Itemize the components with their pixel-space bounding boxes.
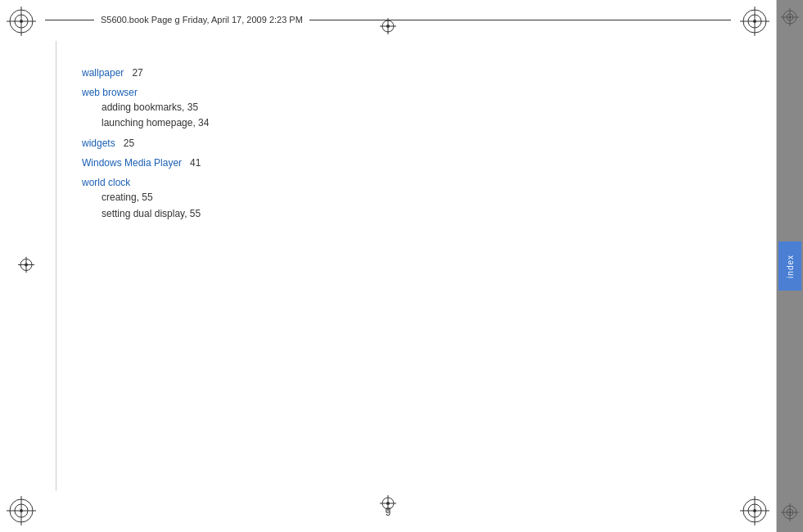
page-number: g xyxy=(386,504,391,516)
entry-wallpaper: wallpaper 27 xyxy=(82,65,727,80)
left-margin-line xyxy=(56,41,56,491)
sub-entry-bookmarks: adding bookmarks, 35 xyxy=(82,100,727,115)
entry-web-browser: web browser adding bookmarks, 35 launchi… xyxy=(82,85,727,131)
book-info-text: S5600.book Page g Friday, April 17, 2009… xyxy=(101,15,303,25)
reg-mark-top-left xyxy=(7,7,36,36)
page-wallpaper: 27 xyxy=(127,67,143,79)
term-wallpaper: wallpaper xyxy=(82,67,124,79)
term-world-clock: world clock xyxy=(82,177,130,188)
content-area: wallpaper 27 web browser adding bookmark… xyxy=(82,65,727,227)
page-widgets: 25 xyxy=(118,138,134,149)
sidebar: index xyxy=(777,0,803,532)
reg-mark-top-right xyxy=(740,7,769,36)
sidebar-reg-bottom xyxy=(781,503,799,524)
reg-mark-bottom-left xyxy=(7,496,36,525)
sub-entry-creating: creating, 55 xyxy=(82,190,727,205)
page-area: S5600.book Page g Friday, April 17, 2009… xyxy=(0,0,777,532)
page-windows-media-player: 41 xyxy=(184,157,201,169)
entry-world-clock: world clock creating, 55 setting dual di… xyxy=(82,175,727,221)
entry-widgets: widgets 25 xyxy=(82,136,727,151)
cross-left-center xyxy=(18,257,34,276)
term-windows-media-player: Windows Media Player xyxy=(82,157,182,169)
sidebar-reg-top xyxy=(781,8,799,29)
reg-mark-bottom-right xyxy=(740,496,769,525)
sub-entry-homepage: launching homepage, 34 xyxy=(82,115,727,131)
sidebar-index-tab[interactable]: index xyxy=(778,241,801,291)
entry-windows-media-player: Windows Media Player 41 xyxy=(82,156,727,170)
term-web-browser: web browser xyxy=(82,87,138,98)
book-header: S5600.book Page g Friday, April 17, 2009… xyxy=(45,15,731,25)
sub-entry-dual-display: setting dual display, 55 xyxy=(82,206,727,222)
term-widgets: widgets xyxy=(82,138,115,149)
sidebar-tab-label: index xyxy=(786,255,795,278)
